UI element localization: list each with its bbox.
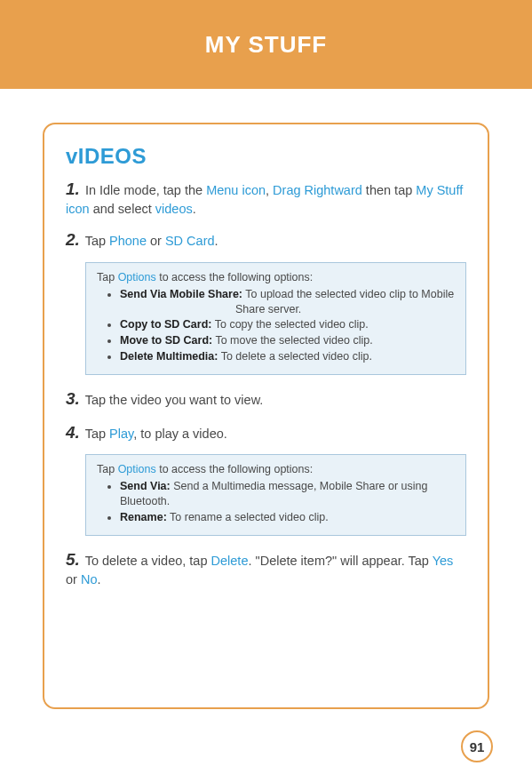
options-list: Send Via: Send a Multimedia message, Mob…	[97, 479, 457, 525]
highlight-play: Play	[109, 427, 133, 441]
list-item: Send Via Mobile Share: To upload the sel…	[120, 287, 457, 317]
text: To delete a video, tap	[85, 554, 211, 568]
step-number: 4.	[66, 423, 80, 442]
options-box-1: Tap Options to access the following opti…	[85, 262, 466, 375]
text: or	[66, 572, 81, 586]
options-lead: Tap Options to access the following opti…	[97, 462, 457, 477]
option-desc: To move the selected video clip.	[212, 334, 372, 347]
content-panel: vIDEOS 1. In Idle mode, tap the Menu ico…	[43, 123, 489, 709]
text: .	[193, 202, 196, 216]
text: . "Delete item?" will appear. Tap	[248, 554, 432, 568]
step-5: 5. To delete a video, tap Delete. "Delet…	[66, 548, 466, 588]
step-1: 1. In Idle mode, tap the Menu icon, Drag…	[66, 178, 466, 218]
text: to access the following options:	[156, 463, 314, 475]
list-item: Copy to SD Card: To copy the selected vi…	[120, 317, 457, 332]
option-desc: To upload the selected video clip to Mob…	[242, 288, 454, 300]
step-number: 1.	[66, 180, 80, 198]
options-box-2: Tap Options to access the following opti…	[85, 454, 466, 536]
highlight-options: Options	[118, 271, 156, 283]
option-desc-line2: Share server.	[120, 302, 457, 317]
list-item: Move to SD Card: To move the selected vi…	[120, 333, 457, 348]
highlight-no: No	[81, 572, 98, 586]
step-number: 3.	[66, 389, 80, 408]
highlight-sd-card: SD Card	[165, 234, 215, 248]
option-desc: To delete a selected video clip.	[218, 350, 372, 363]
option-label: Copy to SD Card:	[120, 318, 211, 331]
step-number: 2.	[66, 230, 80, 249]
page-number-badge: 91	[461, 730, 493, 762]
text: , to play a video.	[133, 427, 227, 441]
option-label: Send Via Mobile Share:	[120, 288, 242, 300]
page-title: MY STUFF	[205, 31, 328, 59]
option-desc: To copy the selected video clip.	[211, 318, 368, 331]
text: .	[215, 234, 218, 248]
option-label: Send Via:	[120, 480, 171, 492]
highlight-yes: Yes	[433, 554, 454, 568]
list-item: Rename: To rename a selected video clip.	[120, 510, 457, 525]
step-text: In Idle mode, tap the Menu icon, Drag Ri…	[66, 183, 463, 216]
step-text: Tap Phone or SD Card.	[85, 234, 218, 248]
section-title: vIDEOS	[66, 144, 466, 169]
step-number: 5.	[66, 550, 80, 569]
text: .	[97, 572, 100, 586]
text: Tap	[97, 463, 118, 475]
text: to access the following options:	[156, 271, 314, 283]
step-text: Tap Play, to play a video.	[85, 427, 227, 441]
highlight-menu-icon: Menu icon	[206, 183, 266, 197]
options-list: Send Via Mobile Share: To upload the sel…	[97, 287, 457, 364]
option-desc: To rename a selected video clip.	[167, 511, 329, 523]
text: Tap	[97, 271, 118, 283]
text: ,	[266, 183, 273, 197]
text: Tap	[85, 427, 109, 441]
list-item: Send Via: Send a Multimedia message, Mob…	[120, 479, 457, 509]
text: Tap	[85, 234, 109, 248]
step-text: Tap the video you want to view.	[85, 393, 264, 407]
highlight-options: Options	[118, 463, 156, 475]
highlight-phone: Phone	[109, 234, 147, 248]
list-item: Delete Multimedia: To delete a selected …	[120, 349, 457, 364]
option-label: Move to SD Card:	[120, 334, 212, 347]
step-text: To delete a video, tap Delete. "Delete i…	[66, 554, 453, 586]
text: or	[147, 234, 165, 248]
highlight-videos: videos	[155, 202, 193, 216]
option-label: Rename:	[120, 511, 167, 523]
options-lead: Tap Options to access the following opti…	[97, 270, 457, 285]
text: and select	[90, 202, 155, 216]
highlight-drag-rightward: Drag Rightward	[273, 183, 362, 197]
text: then tap	[362, 183, 416, 197]
content-wrap: vIDEOS 1. In Idle mode, tap the Menu ico…	[0, 89, 532, 727]
page-header: MY STUFF	[0, 0, 532, 89]
option-label: Delete Multimedia:	[120, 350, 218, 363]
step-3: 3. Tap the video you want to view.	[66, 387, 466, 411]
step-2: 2. Tap Phone or SD Card.	[66, 228, 466, 251]
step-4: 4. Tap Play, to play a video.	[66, 421, 466, 444]
text: In Idle mode, tap the	[85, 183, 206, 197]
page-number: 91	[470, 739, 485, 754]
highlight-delete: Delete	[211, 554, 249, 568]
